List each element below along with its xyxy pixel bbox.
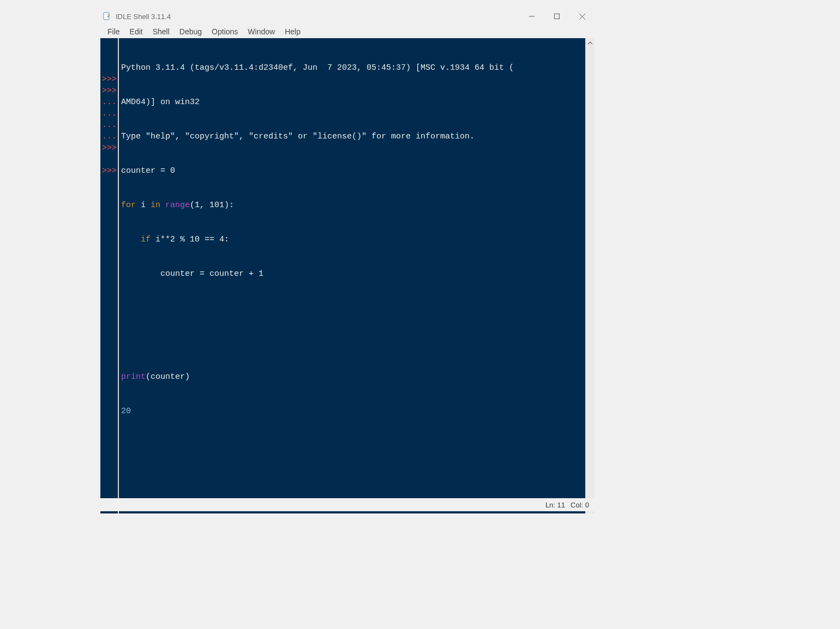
gutter-row: >>> bbox=[100, 142, 117, 154]
gutter-row bbox=[100, 62, 117, 74]
prompt-gutter: >>> >>> ... ... ... ... >>> >>> bbox=[100, 38, 119, 513]
code-line: Type "help", "copyright", "credits" or "… bbox=[121, 131, 585, 142]
menu-file[interactable]: File bbox=[103, 26, 125, 37]
maximize-button[interactable] bbox=[544, 8, 569, 25]
gutter-row: >>> bbox=[100, 85, 117, 96]
menu-options[interactable]: Options bbox=[207, 26, 243, 37]
scroll-up-icon[interactable] bbox=[585, 38, 595, 47]
status-col: Col: 0 bbox=[571, 501, 589, 509]
gutter-row: >>> bbox=[100, 74, 117, 85]
menu-edit[interactable]: Edit bbox=[125, 26, 148, 37]
close-button[interactable] bbox=[569, 8, 595, 25]
vertical-scrollbar[interactable] bbox=[585, 38, 595, 513]
gutter-row bbox=[100, 154, 117, 165]
gutter-row bbox=[100, 51, 117, 62]
menu-debug[interactable]: Debug bbox=[175, 26, 207, 37]
window-title: IDLE Shell 3.11.4 bbox=[116, 13, 519, 21]
code-line: counter = counter + 1 bbox=[121, 268, 585, 280]
code-line: print(counter) bbox=[121, 371, 585, 383]
svg-rect-2 bbox=[555, 14, 560, 19]
code-line: if i**2 % 10 == 4: bbox=[121, 234, 585, 245]
gutter-row: ... bbox=[100, 119, 117, 131]
close-icon bbox=[579, 14, 585, 20]
code-line bbox=[121, 440, 585, 451]
gutter-row: ... bbox=[100, 108, 117, 119]
minimize-icon bbox=[529, 14, 535, 19]
shell-area[interactable]: >>> >>> ... ... ... ... >>> >>> Python 3… bbox=[100, 38, 595, 513]
python-icon bbox=[103, 11, 112, 21]
code-line: 20 bbox=[121, 406, 585, 417]
menubar: File Edit Shell Debug Options Window Hel… bbox=[100, 25, 595, 38]
code-text[interactable]: Python 3.11.4 (tags/v3.11.4:d2340ef, Jun… bbox=[119, 38, 585, 513]
gutter-row: ... bbox=[100, 96, 117, 108]
menu-window[interactable]: Window bbox=[243, 26, 280, 37]
statusbar: Ln: 11 Col: 0 bbox=[100, 498, 595, 511]
gutter-row: >>> bbox=[100, 165, 117, 177]
gutter-row: ... bbox=[100, 131, 117, 142]
menu-help[interactable]: Help bbox=[280, 26, 305, 37]
titlebar[interactable]: IDLE Shell 3.11.4 bbox=[100, 8, 595, 25]
minimize-button[interactable] bbox=[519, 8, 544, 25]
code-line: Python 3.11.4 (tags/v3.11.4:d2340ef, Jun… bbox=[121, 62, 585, 74]
menu-shell[interactable]: Shell bbox=[148, 26, 175, 37]
code-line bbox=[121, 337, 585, 348]
code-line bbox=[121, 303, 585, 314]
status-line: Ln: 11 bbox=[545, 501, 565, 509]
gutter-row bbox=[100, 39, 117, 51]
code-line: AMD64)] on win32 bbox=[121, 96, 585, 108]
window-controls bbox=[519, 8, 595, 25]
code-line: for i in range(1, 101): bbox=[121, 199, 585, 211]
maximize-icon bbox=[554, 14, 560, 19]
code-line: counter = 0 bbox=[121, 165, 585, 177]
idle-window: IDLE Shell 3.11.4 File Edit Shell Debug … bbox=[100, 8, 595, 513]
